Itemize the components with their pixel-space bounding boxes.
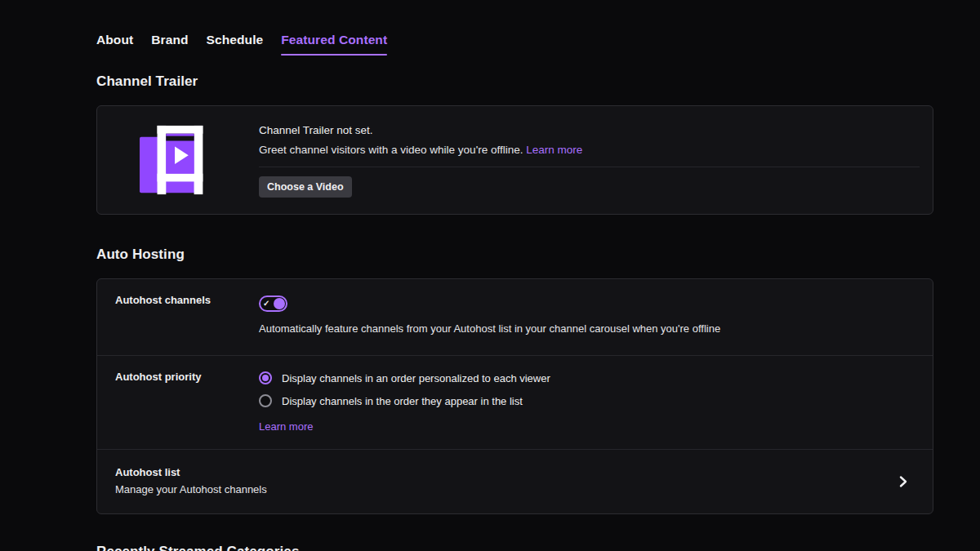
priority-option-list-order-label: Display channels in the order they appea…: [282, 395, 523, 407]
channel-trailer-card: Channel Trailer not set. Greet channel v…: [96, 105, 933, 215]
priority-learn-more-link[interactable]: Learn more: [259, 420, 313, 433]
priority-option-personalized-label: Display channels in an order personalize…: [282, 372, 550, 384]
tab-schedule[interactable]: Schedule: [207, 33, 264, 56]
trailer-status-text: Channel Trailer not set.: [259, 124, 920, 136]
autohost-channels-row: Autohost channels ✓ Automatically featur…: [97, 279, 933, 355]
radio-selected-icon[interactable]: [259, 371, 272, 384]
choose-video-button[interactable]: Choose a Video: [259, 176, 352, 198]
video-trailer-icon: [140, 122, 216, 199]
radio-unselected-icon[interactable]: [259, 394, 272, 407]
recently-streamed-categories-heading: Recently Streamed Categories: [96, 544, 299, 551]
autohost-channels-toggle[interactable]: ✓: [259, 295, 287, 312]
toggle-knob: [274, 298, 285, 309]
autohost-priority-label: Autohost priority: [115, 371, 201, 383]
settings-tab-bar: About Brand Schedule Featured Content: [96, 33, 387, 56]
tab-brand[interactable]: Brand: [151, 33, 188, 56]
auto-hosting-card: Autohost channels ✓ Automatically featur…: [96, 278, 933, 514]
autohost-channels-description: Automatically feature channels from your…: [259, 322, 892, 335]
trailer-learn-more-link[interactable]: Learn more: [526, 144, 582, 156]
tab-about[interactable]: About: [96, 33, 133, 56]
autohost-list-row[interactable]: Autohost list Manage your Autohost chann…: [97, 449, 933, 513]
trailer-divider: [259, 167, 920, 167]
channel-trailer-heading: Channel Trailer: [96, 73, 198, 90]
priority-option-personalized[interactable]: Display channels in an order personalize…: [259, 371, 892, 384]
chevron-right-icon: [897, 475, 910, 488]
toggle-check-icon: ✓: [263, 300, 270, 308]
autohost-channels-label: Autohost channels: [115, 294, 211, 306]
autohost-priority-row: Autohost priority Display channels in an…: [97, 355, 933, 449]
autohost-list-description: Manage your Autohost channels: [115, 483, 267, 495]
trailer-description-text: Greet channel visitors with a video whil…: [259, 144, 523, 156]
tab-featured-content[interactable]: Featured Content: [281, 33, 387, 56]
auto-hosting-heading: Auto Hosting: [96, 247, 185, 263]
priority-option-list-order[interactable]: Display channels in the order they appea…: [259, 394, 892, 407]
autohost-list-label: Autohost list: [115, 466, 180, 478]
